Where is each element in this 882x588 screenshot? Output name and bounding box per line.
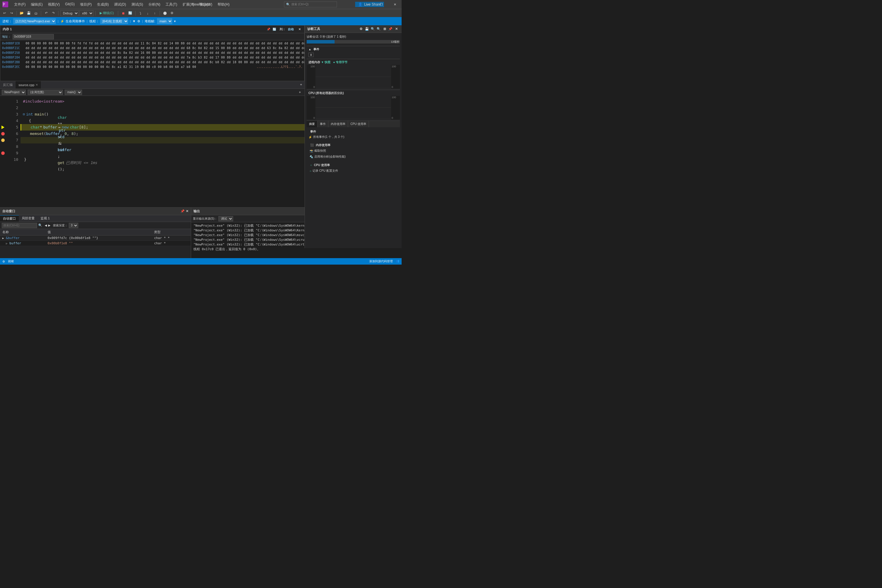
diag-save-icon[interactable]: 💾 [364,26,370,32]
bp-slot-5[interactable] [0,124,6,130]
undo2-button[interactable]: ↶ [43,10,50,16]
lifecycle-item[interactable]: ⚡ 生命周期事件 [60,19,85,24]
step-into-button[interactable]: ↓ [144,10,151,16]
diag-tab-cpu[interactable]: CPU 使用率 [348,121,369,127]
menu-build[interactable]: 生成(B) [94,2,111,8]
search-icon-2[interactable]: 🔍 [38,224,42,227]
add-editor-icon[interactable]: + [297,89,303,95]
undo-button[interactable]: ↩ [1,10,8,16]
community-icon[interactable]: 👥 [396,259,399,263]
maximize-button[interactable]: ❐ [375,0,388,9]
search-box[interactable]: 🔍 搜索 (Ctrl+Q) [284,2,337,8]
expand-icon-1[interactable]: ▶ [2,237,4,240]
record-cpu-button[interactable]: ○ 记录 CPU 配置文件 [308,168,398,174]
autos-close-icon[interactable]: ✕ [186,209,189,213]
tab-source-cpp[interactable]: source.cpp ✕ [16,81,41,88]
menu-analyze[interactable]: 分析(N) [146,2,163,8]
menu-file[interactable]: 文件(F) [12,2,28,8]
col-value[interactable]: 值 [45,229,152,236]
autos-tab-watch1[interactable]: 监视 1 [38,215,52,222]
menu-tools[interactable]: 工具(T) [163,2,179,8]
menu-help[interactable]: 帮助(H) [215,2,232,8]
project-dropdown[interactable]: NewProject [2,90,26,95]
tab-disassembly[interactable]: 反汇编 [0,81,16,88]
output-source-select[interactable]: 调试 [219,216,233,221]
continue-button[interactable]: ▶ 继续(C) [98,10,116,16]
autos-search-input[interactable] [2,223,37,228]
menu-project[interactable]: 项目(P) [78,2,94,8]
autos-tab-autos[interactable]: 自动窗口 [0,215,19,222]
events-collapse-icon[interactable]: ▲ [308,48,311,51]
func-dropdown[interactable]: main() [64,90,82,95]
bp-button[interactable]: ⬤ [162,10,168,16]
restart-button[interactable]: 🔄 [127,10,134,16]
fast-snapshot-label[interactable]: ▼ 快照 [321,61,331,64]
memory-close-icon[interactable]: ✕ [297,27,302,32]
save-all-button[interactable]: 🗂 [33,10,39,16]
diag-tab-events[interactable]: 事件 [318,121,328,127]
thread-dropdown[interactable]: [6416] 主线程 [100,18,128,24]
bp-slot-7[interactable] [0,137,6,144]
bp-slot-6[interactable] [0,130,6,137]
arch-dropdown[interactable]: x86 [80,10,93,16]
tab-close-icon[interactable]: ✕ [36,83,38,86]
addr-input[interactable] [13,34,54,39]
bp-slot-3[interactable] [0,111,6,118]
depth-dropdown[interactable]: 3 [69,223,78,228]
build-config-dropdown[interactable]: Debug [60,10,79,16]
bp-slot-9[interactable] [0,150,6,156]
diag-search-icon[interactable]: 🔍 [370,26,376,32]
close-button[interactable]: ✕ [388,0,402,9]
menu-test[interactable]: 测试(S) [129,2,146,8]
open-button[interactable]: 📂 [18,10,25,16]
stop-button[interactable]: ⏹ [120,10,126,16]
save-button[interactable]: 💾 [26,10,32,16]
expand-icon-2[interactable]: ▷ [6,242,8,245]
diag-zoom-in-icon[interactable]: 🔍 [376,26,382,32]
col-name[interactable]: 名称 [0,229,45,236]
filter-icon2[interactable]: ⚙ [137,20,140,23]
nav-fwd-icon[interactable]: ▶ [48,224,51,227]
bp-slot-10[interactable] [0,156,6,163]
var-name-1[interactable]: ▶ &buffer [0,236,45,241]
menu-git[interactable]: Git(G) [63,2,77,8]
step-over-button[interactable]: ⤵ [137,10,144,16]
menu-edit[interactable]: 编辑(E) [28,2,45,8]
col-type[interactable]: 类型 [152,229,191,236]
memory-refresh-icon[interactable]: 🔄 [273,28,276,31]
bp-settings-button[interactable]: ⚙ [169,10,175,16]
stack-dropdown[interactable]: main [157,18,172,24]
diag-tab-memory[interactable]: 内存使用率 [328,121,348,127]
bp-slot-8[interactable] [0,144,6,150]
var-name-2[interactable]: ▷ buffer [0,241,45,246]
diag-more-icon[interactable]: ⊞ [382,26,387,32]
menu-debug[interactable]: 调试(D) [112,2,129,8]
collapse-icon[interactable]: ⊟ [23,111,25,118]
process-dropdown[interactable]: [12192] NewProject.exe [13,18,56,24]
diag-pin-icon[interactable]: 📌 [387,26,393,32]
redo-button[interactable]: ↪ [8,10,15,16]
menu-view[interactable]: 视图(V) [46,2,62,8]
autos-tab-locals[interactable]: 局部变量 [19,215,38,222]
bp-slot-2[interactable] [0,105,6,111]
new-tab-button[interactable]: + [297,81,304,88]
source-control-label[interactable]: 添加到源代码管理 [369,259,393,263]
memory-pin-icon[interactable]: 📌 [267,28,270,31]
snapshot-button[interactable]: 📸 截取快照 [308,148,398,154]
nav-back-icon[interactable]: ◀ [45,224,47,227]
dedicated-bytes-label[interactable]: ● 专用字节 [333,61,348,64]
diag-close-icon[interactable]: ✕ [393,26,399,32]
step-out-button[interactable]: ↑ [152,10,158,16]
pause-icon[interactable]: ⏸ [308,52,314,57]
heap-analysis-button[interactable]: 🔩 启用堆分析(会影响性能) [308,154,398,160]
bp-slot-4[interactable] [0,118,6,124]
filter-icon[interactable]: ▼ [133,20,136,23]
redo2-button[interactable]: ↷ [50,10,57,16]
bp-slot-1[interactable] [0,98,6,105]
autos-pin-icon[interactable]: 📌 [180,209,184,213]
diag-tab-summary[interactable]: 摘要 [307,121,318,127]
diag-settings-icon[interactable]: ⚙ [358,26,364,32]
minimize-button[interactable]: — [361,0,375,9]
scope-dropdown[interactable]: (全局范围) [28,90,63,95]
stack-expand[interactable]: ▾ [174,20,176,23]
